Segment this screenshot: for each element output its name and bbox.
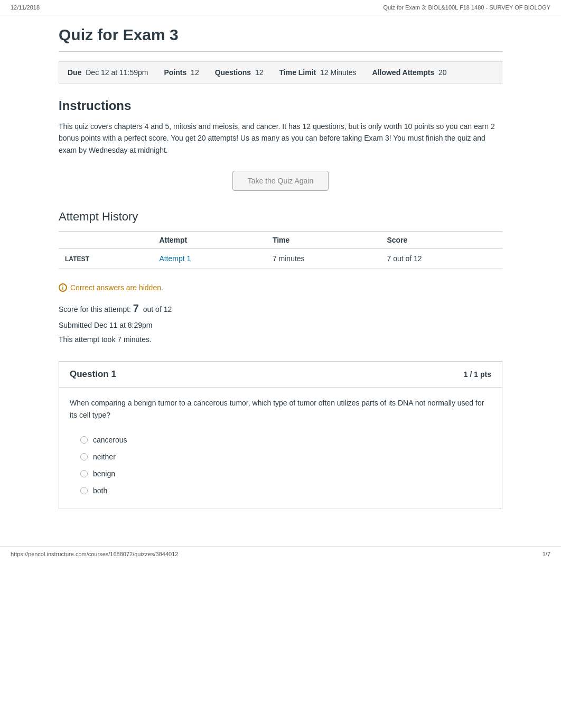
main-content: Quiz for Exam 3 Due Dec 12 at 11:59pm Po… [43,15,518,530]
answer-label-both: both [93,486,107,495]
score-prefix: Score for this attempt: [59,305,131,314]
attempt-link[interactable]: Attempt 1 [159,254,191,263]
top-bar-title: Quiz for Exam 3: BIOL&100L F18 1480 - SU… [384,4,551,11]
meta-allowed-attempts: Allowed Attempts 20 [372,68,447,77]
top-bar: 12/11/2018 Quiz for Exam 3: BIOL&100L F1… [0,0,561,15]
instructions-text: This quiz covers chapters 4 and 5, mitos… [59,121,502,156]
answer-option-benign[interactable]: benign [70,465,491,482]
quiz-meta: Due Dec 12 at 11:59pm Points 12 Question… [59,61,502,84]
question-1-title: Question 1 [70,369,116,380]
question-1-header: Question 1 1 / 1 pts [59,362,502,388]
score-value: 7 [133,302,139,314]
notice-text: Correct answers are hidden. [70,283,163,292]
radio-benign [80,470,88,477]
answer-option-cancerous[interactable]: cancerous [70,431,491,448]
take-quiz-button[interactable]: Take the Quiz Again [232,171,329,191]
instructions-heading: Instructions [59,98,502,113]
footer-page: 1/7 [543,551,550,557]
col-attempt: Attempt [153,232,266,249]
table-row: LATEST Attempt 1 7 minutes 7 out of 12 [59,249,502,269]
answer-option-both[interactable]: both [70,482,491,499]
answer-label-cancerous: cancerous [93,436,127,444]
col-tag [59,232,153,249]
meta-questions: Questions 12 [215,68,264,77]
latest-label: LATEST [65,255,89,263]
radio-neither [80,453,88,460]
submitted-line: Submitted Dec 11 at 8:29pm [59,318,502,333]
row-tag: LATEST [59,249,153,269]
row-time: 7 minutes [266,249,381,269]
attempt-history-table: Attempt Time Score LATEST Attempt 1 7 mi… [59,231,502,269]
due-label: Due [68,68,81,77]
answer-label-benign: benign [93,469,115,478]
question-1-text: When comparing a benign tumor to a cance… [70,397,491,421]
question-1-pts: 1 / 1 pts [464,370,491,379]
question-1-block: Question 1 1 / 1 pts When comparing a be… [59,361,502,509]
time-limit-label: Time Limit [279,68,316,77]
answer-label-neither: neither [93,453,116,461]
questions-value: 12 [255,68,264,77]
footer-url: https://pencol.instructure.com/courses/1… [11,551,178,557]
info-icon: i [59,283,67,292]
questions-label: Questions [215,68,251,77]
answer-option-neither[interactable]: neither [70,448,491,465]
quiz-title: Quiz for Exam 3 [59,26,502,52]
meta-due: Due Dec 12 at 11:59pm [68,68,148,77]
table-header-row: Attempt Time Score [59,232,502,249]
row-attempt: Attempt 1 [153,249,266,269]
col-score: Score [380,232,502,249]
top-bar-date: 12/11/2018 [11,4,40,11]
radio-both [80,487,88,494]
radio-cancerous [80,436,88,444]
take-quiz-container: Take the Quiz Again [59,171,502,191]
col-time: Time [266,232,381,249]
allowed-attempts-value: 20 [438,68,447,77]
time-limit-value: 12 Minutes [320,68,356,77]
meta-points: Points 12 [164,68,199,77]
correct-answers-notice: i Correct answers are hidden. [59,283,502,292]
attempt-details: Score for this attempt: 7 out of 12 Subm… [59,298,502,346]
duration-line: This attempt took 7 minutes. [59,333,502,347]
score-line: Score for this attempt: 7 out of 12 [59,298,502,318]
meta-time-limit: Time Limit 12 Minutes [279,68,357,77]
footer-bar: https://pencol.instructure.com/courses/1… [0,546,561,561]
points-value: 12 [191,68,199,77]
question-1-body: When comparing a benign tumor to a cance… [59,388,502,509]
due-value: Dec 12 at 11:59pm [86,68,148,77]
allowed-attempts-label: Allowed Attempts [372,68,435,77]
points-label: Points [164,68,187,77]
score-suffix: out of 12 [143,305,172,314]
attempt-history-heading: Attempt History [59,210,502,224]
row-score: 7 out of 12 [380,249,502,269]
